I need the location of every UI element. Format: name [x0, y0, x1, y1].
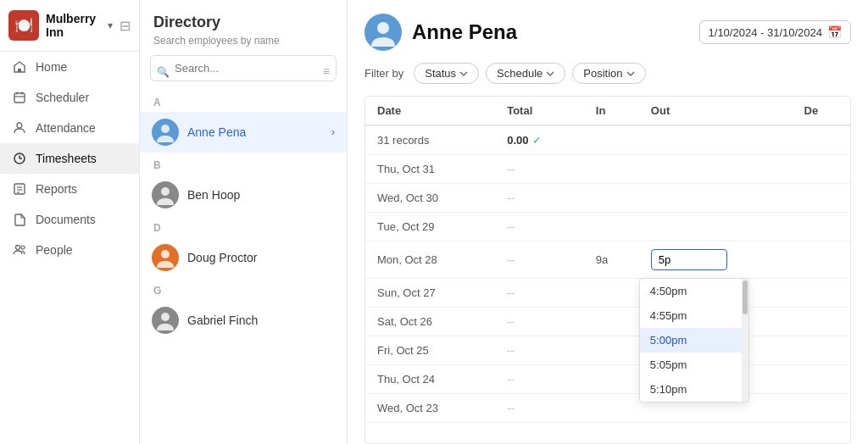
- reports-icon: [12, 181, 27, 197]
- people-label: People: [36, 243, 73, 257]
- row-date: Thu, Oct 24: [365, 365, 495, 394]
- filter-by-label: Filter by: [364, 67, 403, 80]
- row-total: --: [495, 336, 584, 365]
- dir-item-ben-hoop[interactable]: Ben Hoop: [140, 175, 347, 215]
- main-header: Anne Pena 1/10/2024 - 31/10/2024 📅: [364, 14, 851, 51]
- date-range-picker[interactable]: 1/10/2024 - 31/10/2024 📅: [699, 20, 851, 44]
- filter-icon[interactable]: ≡: [323, 64, 330, 78]
- row-date: Sat, Oct 26: [365, 308, 495, 336]
- check-icon: ✓: [532, 134, 542, 147]
- row-out-oct28: 4:50pm 4:55pm 5:00pm 5:05pm 5:10pm: [639, 241, 793, 279]
- row-total: --: [495, 279, 584, 308]
- timesheets-icon: [12, 151, 27, 166]
- dropdown-scrollbar[interactable]: [742, 279, 748, 402]
- documents-label: Documents: [36, 213, 96, 226]
- dropdown-option-455pm[interactable]: 4:55pm: [640, 303, 748, 328]
- person-info: Anne Pena: [364, 14, 517, 51]
- row-total: --: [495, 308, 584, 336]
- svg-point-13: [16, 246, 20, 250]
- sidebar-item-home[interactable]: Home: [0, 52, 139, 82]
- dir-chevron-anne-pena: ›: [331, 126, 335, 138]
- svg-point-14: [21, 246, 25, 249]
- directory-title: Directory: [140, 14, 347, 35]
- dir-name-anne-pena: Anne Pena: [187, 125, 323, 139]
- timesheet-table-wrap: Date Total In Out De 31 records 0.00✓ Th…: [364, 96, 851, 444]
- dropdown-option-505pm[interactable]: 5:05pm: [640, 352, 748, 377]
- table-row: Thu, Oct 31 --: [365, 155, 850, 184]
- dir-item-doug-proctor[interactable]: Doug Proctor: [140, 237, 347, 278]
- scheduler-label: Scheduler: [36, 91, 89, 104]
- time-dropdown: 4:50pm 4:55pm 5:00pm 5:05pm 5:10pm: [639, 278, 749, 402]
- search-icon: 🔍: [157, 65, 170, 77]
- position-filter-button[interactable]: Position: [572, 63, 645, 84]
- avatar-anne-pena: [152, 119, 179, 146]
- row-date: Wed, Oct 30: [365, 184, 495, 213]
- table-row: Sat, Oct 26 --: [365, 308, 850, 336]
- attendance-label: Attendance: [36, 121, 96, 135]
- sidebar-nav: Home Scheduler Attendance Timesheets Rep…: [0, 52, 139, 265]
- row-total: --: [495, 394, 584, 423]
- table-header-row: Date Total In Out De: [365, 97, 850, 125]
- row-total: --: [495, 155, 584, 184]
- dropdown-option-450pm[interactable]: 4:50pm: [640, 279, 748, 303]
- row-date-oct28: Mon, Oct 28: [365, 241, 495, 279]
- row-total: --: [495, 365, 584, 394]
- people-icon: [12, 242, 27, 258]
- dropdown-option-510pm[interactable]: 5:10pm: [640, 377, 748, 402]
- col-out: Out: [639, 97, 793, 125]
- table-records-row: 31 records 0.00✓: [365, 125, 850, 155]
- row-date: Sun, Oct 27: [365, 279, 495, 308]
- row-date: Fri, Oct 25: [365, 336, 495, 365]
- dir-item-gabriel-finch[interactable]: Gabriel Finch: [140, 300, 347, 341]
- total-value: 0.00: [507, 134, 528, 147]
- dir-name-ben-hoop: Ben Hoop: [187, 188, 335, 202]
- main-content: Anne Pena 1/10/2024 - 31/10/2024 📅 Filte…: [348, 0, 868, 444]
- table-row: Thu, Oct 24 --: [365, 365, 850, 394]
- row-total-oct28: --: [495, 241, 584, 279]
- sidebar-item-timesheets[interactable]: Timesheets: [0, 143, 139, 174]
- schedule-filter-button[interactable]: Schedule: [486, 63, 565, 84]
- search-area: 🔍 ≡: [140, 55, 347, 90]
- brand-chevron-icon: ▾: [108, 19, 113, 31]
- svg-point-19: [377, 22, 389, 34]
- row-total: --: [495, 213, 584, 241]
- sidebar-item-documents[interactable]: Documents: [0, 204, 139, 235]
- svg-rect-1: [14, 93, 25, 103]
- status-filter-button[interactable]: Status: [414, 63, 479, 84]
- search-input[interactable]: [150, 55, 337, 81]
- row-date: Thu, Oct 31: [365, 155, 495, 184]
- table-row: Wed, Oct 23 --: [365, 394, 850, 423]
- calendar-icon: 📅: [827, 25, 842, 39]
- out-time-input[interactable]: [651, 249, 727, 270]
- timesheets-label: Timesheets: [36, 152, 97, 165]
- sidebar-item-reports[interactable]: Reports: [0, 174, 139, 204]
- reports-label: Reports: [36, 182, 77, 196]
- svg-rect-0: [18, 69, 21, 72]
- filter-bar: Filter by Status Schedule Position: [364, 63, 851, 84]
- section-label-g: G: [140, 278, 347, 300]
- directory-list: A Anne Pena › B Ben Hoop D Doug Proctor …: [140, 90, 347, 444]
- col-date: Date: [365, 97, 495, 125]
- table-row: Sun, Oct 27 --: [365, 279, 850, 308]
- dir-name-doug-proctor: Doug Proctor: [187, 251, 335, 264]
- table-row-oct28: Mon, Oct 28 -- 9a 4:50pm 4:55pm 5:00pm 5…: [365, 241, 850, 279]
- col-in: In: [584, 97, 639, 125]
- dir-item-anne-pena[interactable]: Anne Pena ›: [140, 112, 347, 153]
- row-in-oct28: 9a: [584, 241, 639, 279]
- row-date: Wed, Oct 23: [365, 394, 495, 423]
- attendance-icon: [12, 120, 27, 136]
- sidebar-item-people[interactable]: People: [0, 235, 139, 265]
- sidebar-item-attendance[interactable]: Attendance: [0, 113, 139, 143]
- brand-selector[interactable]: Mulberry Inn ▾: [46, 12, 113, 39]
- brand-name: Mulberry Inn: [46, 12, 104, 39]
- date-range-text: 1/10/2024 - 31/10/2024: [709, 26, 822, 39]
- dropdown-option-500pm[interactable]: 5:00pm: [640, 328, 748, 352]
- section-label-b: B: [140, 153, 347, 175]
- sidebar-item-scheduler[interactable]: Scheduler: [0, 82, 139, 113]
- timesheet-table: Date Total In Out De 31 records 0.00✓ Th…: [365, 97, 850, 423]
- app-logo-icon: 🍽️: [8, 10, 39, 41]
- sidebar-collapse-button[interactable]: ⊟: [120, 18, 131, 34]
- table-row: Fri, Oct 25 --: [365, 336, 850, 365]
- avatar-gabriel-finch: [152, 307, 179, 334]
- dropdown-thumb: [743, 280, 748, 314]
